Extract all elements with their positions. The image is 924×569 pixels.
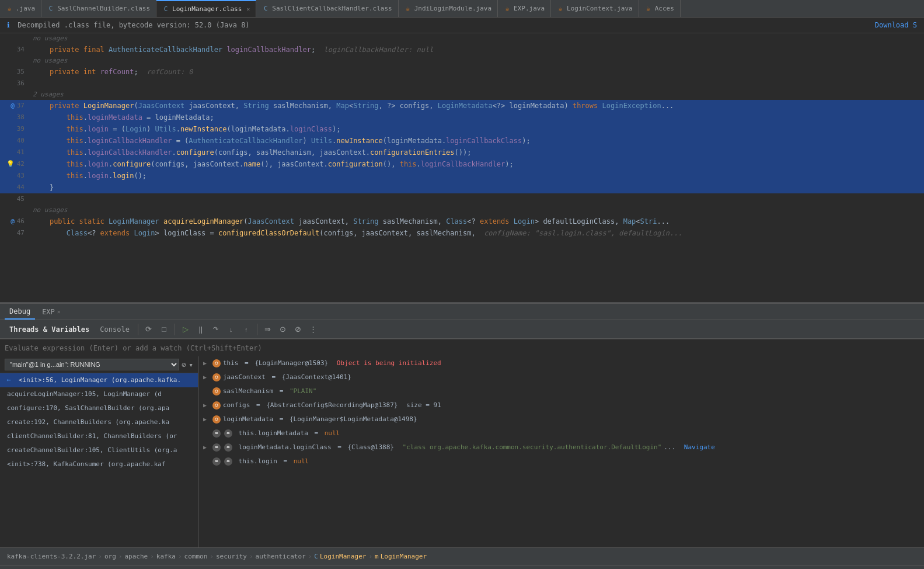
evaluate-button[interactable]: ⊙ [276, 322, 290, 336]
step-over-button[interactable]: ↷ [209, 322, 223, 336]
tab-java[interactable]: ☕ .java [0, 0, 41, 17]
line-content-37: private LoginManager(JaasContext jaasCon… [29, 100, 924, 112]
var-type-icon: ○ [212, 415, 221, 424]
code-line-41: 41 this.loginCallbackHandler.configure(c… [0, 147, 924, 158]
debug-toolbar: Threads & Variables Console ⟳ □ ▷ || ↷ ↓… [0, 320, 924, 339]
thread-dropdown[interactable]: "main"@1 in g...ain": RUNNING [5, 359, 179, 370]
line-number-36: 36 [0, 78, 29, 89]
expand-icon[interactable]: ▶ [203, 442, 210, 453]
hint-no-usages-35: no usages [0, 55, 924, 66]
thread-frame-create-channel[interactable]: createChannelBuilder:105, ClientUtils (o… [0, 443, 198, 457]
breadcrumb-common[interactable]: common [184, 553, 208, 560]
breadcrumb-bar: kafka-clients-3.2.2.jar › org › apache ›… [0, 547, 924, 565]
var-type-icon: ∞ [212, 443, 221, 452]
line-number-37: @ 37 [0, 100, 29, 112]
breadcrumb-apache[interactable]: apache [124, 553, 148, 560]
line-content-47: Class<? extends Login> loginClass = conf… [29, 227, 924, 239]
thread-frame-configure[interactable]: configure:170, SaslChannelBuilder (org.a… [0, 401, 198, 415]
breadcrumb-org[interactable]: org [104, 553, 116, 560]
expand-icon[interactable]: ▶ [203, 414, 210, 425]
var-type-icon: ∞ [212, 429, 221, 438]
expand-icon[interactable]: ▶ [203, 358, 210, 369]
line-content-40: this.loginCallbackHandler = (Authenticat… [29, 135, 924, 147]
restore-layout-button[interactable]: ⟳ [142, 322, 156, 336]
code-line-35: 35 private int refCount; refCount: 0 [0, 66, 924, 78]
thread-frame-init[interactable]: ← <init>:56, LoginManager (org.apache.ka… [0, 373, 198, 387]
thread-frame-kafka-consumer[interactable]: <init>:738, KafkaConsumer (org.apache.ka… [0, 457, 198, 471]
code-line-42: 💡 42 this.login.configure(configs, jaasC… [0, 158, 924, 170]
thread-frame-create[interactable]: create:192, ChannelBuilders (org.apache.… [0, 415, 198, 429]
code-line-43: 43 this.login.login(); [0, 170, 924, 182]
class-icon: C [47, 5, 54, 12]
eval-input[interactable] [5, 344, 919, 352]
var-type-icon2: ∞ [224, 443, 232, 452]
toolbar-divider-2 [175, 324, 175, 335]
close-exp-icon[interactable]: ✕ [57, 308, 61, 315]
thread-frame-acquire[interactable]: acquireLoginManager:105, LoginManager (d [0, 387, 198, 401]
line-number-34: 34 [0, 44, 29, 55]
line-number-47: 47 [0, 227, 29, 239]
tab-login-context[interactable]: ☕ LoginContext.java [551, 0, 639, 17]
line-content-39: this.login = (Login) Utils.newInstance(l… [29, 123, 924, 135]
breadcrumb-security[interactable]: security [216, 553, 247, 560]
stop-button[interactable]: □ [157, 322, 171, 336]
tab-bar: ☕ .java C SaslChannelBuilder.class C Log… [0, 0, 924, 18]
close-icon[interactable]: ✕ [246, 6, 250, 12]
tab-sasl-client[interactable]: C SaslClientCallbackHandler.class [256, 0, 398, 17]
breadcrumb-kafka[interactable]: kafka [156, 553, 176, 560]
java-icon: ☕ [645, 5, 652, 12]
var-type-icon: ○ [212, 359, 221, 367]
line-number-43: 43 [0, 170, 29, 182]
line-content-41: this.loginCallbackHandler.configure(conf… [29, 147, 924, 158]
navigate-link[interactable]: Navigate [684, 442, 715, 453]
step-out-button[interactable]: ↑ [239, 322, 253, 336]
run-to-cursor-button[interactable]: ⇒ [261, 322, 275, 336]
download-link[interactable]: Download S [875, 21, 917, 29]
thread-frame-client-channel[interactable]: clientChannelBuilder:81, ChannelBuilders… [0, 429, 198, 443]
line-number-38: 38 [0, 112, 29, 123]
code-line-44: 44 } [0, 182, 924, 193]
line-number-46: @ 46 [0, 216, 29, 227]
thread-selector-bar: "main"@1 in g...ain": RUNNING ⊘ ▾ [0, 356, 198, 373]
line-content-46: public static LoginManager acquireLoginM… [29, 216, 924, 227]
pause-button[interactable]: || [194, 322, 208, 336]
tab-jndi[interactable]: ☕ JndiLoginModule.java [399, 0, 498, 17]
tab-login-manager[interactable]: C LoginManager.class ✕ [156, 0, 256, 17]
var-type-icon: ○ [212, 373, 221, 381]
code-line-45: 45 [0, 193, 924, 205]
var-this-loginmetadata: ▶ ∞ ∞ this.loginMetadata = null [198, 426, 924, 440]
breadcrumb-authenticator[interactable]: authenticator [256, 553, 306, 560]
var-this: ▶ ○ this = {LoginManager@1503} Object is… [198, 356, 924, 370]
expand-icon[interactable]: ▶ [203, 372, 210, 383]
var-type-icon2: ∞ [224, 457, 232, 466]
breadcrumb-loginmanager-method[interactable]: m LoginManager [375, 553, 427, 560]
expand-icon[interactable]: ▶ [203, 400, 210, 411]
breadcrumb-loginmanager-class[interactable]: C LoginManager [314, 553, 366, 560]
tab-exp[interactable]: EXP ✕ [37, 304, 65, 320]
line-number-35: 35 [0, 66, 29, 78]
code-line-34: 34 private final AuthenticateCallbackHan… [0, 44, 924, 55]
step-into-button[interactable]: ↓ [224, 322, 238, 336]
resume-button[interactable]: ▷ [179, 322, 193, 336]
java-icon: ☕ [405, 5, 412, 12]
threads-panel: "main"@1 in g...ain": RUNNING ⊘ ▾ ← <ini… [0, 356, 198, 547]
line-number-39: 39 [0, 123, 29, 135]
more-button[interactable]: ⋮ [306, 322, 320, 336]
filter-icon[interactable]: ⊘ [182, 360, 186, 369]
no-expand-icon: ▶ [203, 456, 210, 467]
tab-exp[interactable]: ☕ EXP.java [498, 0, 551, 17]
hint-no-usages-46: no usages [0, 205, 924, 216]
tab-debug[interactable]: Debug [5, 304, 35, 320]
chevron-down-icon[interactable]: ▾ [189, 360, 193, 369]
breadcrumb-jar[interactable]: kafka-clients-3.2.2.jar [7, 553, 96, 560]
tab-sasl-channel-builder[interactable]: C SaslChannelBuilder.class [41, 0, 156, 17]
tab-access[interactable]: ☕ Acces [639, 0, 681, 17]
java-icon: ☕ [6, 5, 13, 12]
console-tab[interactable]: Console [95, 325, 134, 334]
line-number-45: 45 [0, 193, 29, 205]
code-line-47: 47 Class<? extends Login> loginClass = c… [0, 227, 924, 239]
mute-button[interactable]: ⊘ [291, 322, 305, 336]
line-content-38: this.loginMetadata = loginMetadata; [29, 112, 924, 123]
toolbar-divider-3 [257, 324, 257, 335]
no-expand-icon: ▶ [203, 386, 210, 397]
